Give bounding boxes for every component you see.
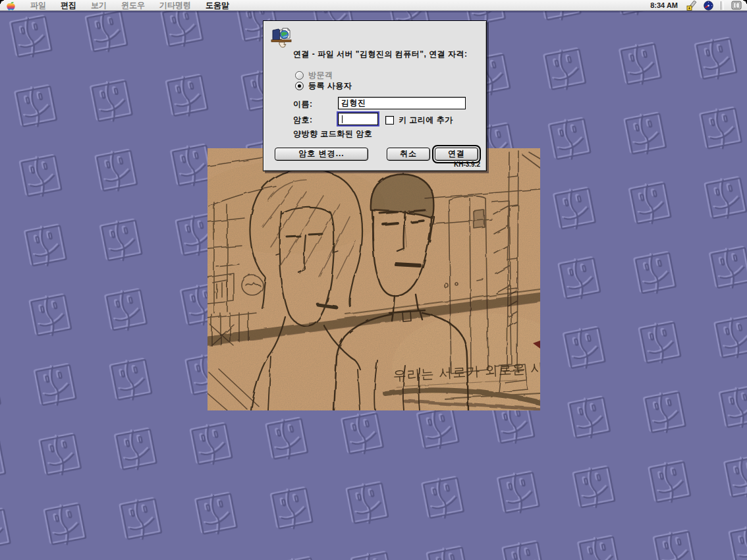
menu-bar: 파일 편집 보기 윈도우 기타명령 도움말 8:34 AM bbox=[0, 0, 747, 11]
screen-corner-right bbox=[743, 0, 747, 4]
input-pencil-icon[interactable] bbox=[686, 1, 698, 11]
apple-menu[interactable] bbox=[7, 1, 15, 11]
radio-guest[interactable]: 방문객 bbox=[295, 70, 333, 81]
application-menu-icon[interactable] bbox=[731, 1, 742, 11]
keychain-label: 키 고리에 추가 bbox=[399, 115, 453, 126]
password-encryption-note: 양방향 코드화된 암호 bbox=[293, 128, 372, 140]
desktop-picture-sketch: 우리는 서로가 외로운 사람들 bbox=[208, 148, 540, 410]
name-input[interactable]: 김형진 bbox=[338, 97, 466, 109]
menubar-divider bbox=[721, 1, 724, 10]
fileserver-icon bbox=[270, 26, 292, 49]
connect-dialog: 연결 - 파일 서버 "김형진의 컴퓨터", 연결 자격: 방문객 등록 사용자… bbox=[263, 20, 487, 171]
radio-guest-label: 방문객 bbox=[308, 70, 333, 81]
dialog-title: 연결 - 파일 서버 "김형진의 컴퓨터", 연결 자격: bbox=[293, 49, 481, 60]
menu-item-file[interactable]: 파일 bbox=[23, 0, 53, 11]
keychain-checkbox[interactable] bbox=[385, 116, 394, 125]
keychain-option[interactable]: 키 고리에 추가 bbox=[385, 115, 453, 126]
connect-button[interactable]: 연결 bbox=[435, 148, 478, 161]
screen-corner-left bbox=[0, 0, 4, 4]
password-label: 암호: bbox=[293, 115, 313, 126]
radio-registered-circle[interactable] bbox=[295, 82, 304, 90]
menubar-clock[interactable]: 8:34 AM bbox=[650, 1, 678, 9]
menu-item-edit[interactable]: 편집 bbox=[53, 0, 84, 11]
menu-item-window[interactable]: 윈도우 bbox=[114, 0, 152, 11]
radio-registered-user[interactable]: 등록 사용자 bbox=[295, 80, 352, 92]
cancel-button[interactable]: 취소 bbox=[387, 148, 430, 161]
menu-item-view[interactable]: 보기 bbox=[84, 0, 114, 11]
text-caret bbox=[342, 115, 343, 123]
name-value: 김형진 bbox=[341, 98, 366, 109]
apple-rainbow-icon bbox=[7, 1, 15, 11]
desktop[interactable]: 파일 편집 보기 윈도우 기타명령 도움말 8:34 AM bbox=[0, 0, 747, 560]
password-input[interactable] bbox=[338, 113, 378, 125]
name-label: 이름: bbox=[293, 99, 313, 110]
menu-item-special[interactable]: 기타명령 bbox=[152, 0, 198, 11]
menu-item-help[interactable]: 도움말 bbox=[198, 0, 236, 11]
radio-registered-label: 등록 사용자 bbox=[308, 80, 352, 92]
change-password-button[interactable]: 암호 변경... bbox=[275, 148, 368, 161]
client-version: KH-3.9.2 bbox=[454, 161, 480, 168]
app-clock-icon[interactable] bbox=[704, 1, 713, 11]
radio-guest-circle[interactable] bbox=[295, 71, 304, 80]
